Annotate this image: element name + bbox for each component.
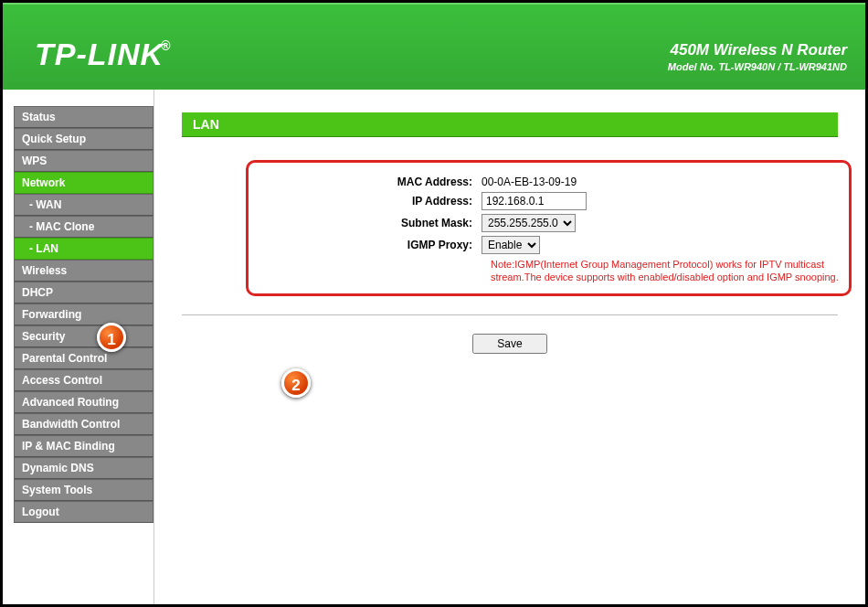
sidebar-item-logout[interactable]: Logout bbox=[14, 501, 153, 523]
sidebar-item-dhcp[interactable]: DHCP bbox=[14, 282, 153, 304]
save-button[interactable]: Save bbox=[472, 334, 546, 354]
app-window: TP-LINK® 450M Wireless N Router Model No… bbox=[0, 0, 868, 607]
sidebar-item-label: Bandwidth Control bbox=[22, 418, 120, 431]
sidebar-item-wan[interactable]: - WAN bbox=[14, 194, 153, 216]
sidebar: StatusQuick SetupWPSNetwork- WAN- MAC Cl… bbox=[3, 90, 153, 604]
row-ip: IP Address: bbox=[253, 192, 844, 210]
sidebar-item-label: Dynamic DNS bbox=[22, 462, 94, 474]
sidebar-item-label: WPS bbox=[22, 154, 47, 167]
sidebar-item-access-control[interactable]: Access Control bbox=[14, 369, 153, 391]
sidebar-item-security[interactable]: Security bbox=[14, 325, 153, 347]
annotation-badge-1: 1 bbox=[97, 323, 126, 352]
page-title: LAN bbox=[182, 112, 838, 137]
logo-text: TP-LINK bbox=[35, 37, 164, 71]
sidebar-item-label: Logout bbox=[22, 506, 59, 518]
brand-logo: TP-LINK® bbox=[35, 37, 174, 72]
label-igmp: IGMP Proxy: bbox=[253, 239, 482, 251]
sidebar-item-wps[interactable]: WPS bbox=[14, 150, 153, 172]
row-igmp: IGMP Proxy: Enable bbox=[253, 236, 844, 254]
sidebar-item-label: DHCP bbox=[22, 286, 53, 299]
sidebar-item-label: System Tools bbox=[22, 484, 92, 496]
select-igmp-proxy[interactable]: Enable bbox=[482, 236, 540, 254]
row-mask: Subnet Mask: 255.255.255.0 bbox=[253, 214, 844, 232]
sidebar-item-label: Security bbox=[22, 330, 65, 343]
product-title: 450M Wireless N Router bbox=[668, 41, 847, 59]
sidebar-item-status[interactable]: Status bbox=[14, 106, 153, 128]
sidebar-item-label: Status bbox=[22, 111, 56, 123]
sidebar-item-ip-mac-binding[interactable]: IP & MAC Binding bbox=[14, 435, 153, 457]
sidebar-item-forwarding[interactable]: Forwarding bbox=[14, 304, 153, 325]
product-model: Model No. TL-WR940N / TL-WR941ND bbox=[668, 61, 847, 72]
sidebar-item-label: IP & MAC Binding bbox=[22, 440, 115, 453]
select-subnet-mask[interactable]: 255.255.255.0 bbox=[482, 214, 576, 232]
value-mac: 00-0A-EB-13-09-19 bbox=[482, 176, 577, 188]
label-ip: IP Address: bbox=[253, 195, 482, 208]
sidebar-item-bandwidth-control[interactable]: Bandwidth Control bbox=[14, 413, 153, 435]
sidebar-item-label: Network bbox=[22, 176, 65, 189]
sidebar-item-label: - LAN bbox=[29, 242, 58, 255]
body: StatusQuick SetupWPSNetwork- WAN- MAC Cl… bbox=[3, 90, 865, 604]
annotation-badge-2: 2 bbox=[281, 368, 311, 398]
sidebar-item-label: Quick Setup bbox=[22, 133, 86, 145]
save-row: Save bbox=[154, 334, 865, 354]
sidebar-item-label: Parental Control bbox=[22, 352, 107, 365]
logo-reg: ® bbox=[161, 38, 171, 53]
lan-form-highlight: MAC Address: 00-0A-EB-13-09-19 IP Addres… bbox=[246, 160, 852, 296]
sidebar-item-label: - WAN bbox=[29, 198, 61, 211]
sidebar-item-advanced-routing[interactable]: Advanced Routing bbox=[14, 391, 153, 413]
sidebar-item-label: Advanced Routing bbox=[22, 396, 119, 409]
sidebar-item-label: Access Control bbox=[22, 374, 102, 387]
sidebar-item-dynamic-dns[interactable]: Dynamic DNS bbox=[14, 457, 153, 479]
sidebar-item-parental-control[interactable]: Parental Control bbox=[14, 347, 153, 369]
sidebar-item-label: - MAC Clone bbox=[29, 220, 94, 233]
sidebar-item-label: Forwarding bbox=[22, 308, 81, 321]
divider bbox=[182, 314, 838, 315]
row-mac: MAC Address: 00-0A-EB-13-09-19 bbox=[253, 176, 844, 188]
sidebar-item-system-tools[interactable]: System Tools bbox=[14, 479, 153, 501]
igmp-note: Note:IGMP(Internet Group Management Prot… bbox=[491, 258, 844, 284]
header-right: 450M Wireless N Router Model No. TL-WR94… bbox=[668, 41, 847, 72]
sidebar-item-wireless[interactable]: Wireless bbox=[14, 260, 153, 282]
sidebar-item-lan[interactable]: - LAN bbox=[14, 238, 153, 260]
input-ip-address[interactable] bbox=[482, 192, 587, 210]
label-mac: MAC Address: bbox=[253, 176, 482, 188]
label-mask: Subnet Mask: bbox=[253, 217, 482, 229]
header: TP-LINK® 450M Wireless N Router Model No… bbox=[3, 3, 865, 90]
sidebar-item-mac-clone[interactable]: - MAC Clone bbox=[14, 216, 153, 238]
sidebar-item-label: Wireless bbox=[22, 264, 67, 277]
sidebar-item-quick-setup[interactable]: Quick Setup bbox=[14, 128, 153, 150]
main-panel: LAN MAC Address: 00-0A-EB-13-09-19 IP Ad… bbox=[153, 90, 865, 604]
sidebar-item-network[interactable]: Network bbox=[14, 172, 153, 194]
